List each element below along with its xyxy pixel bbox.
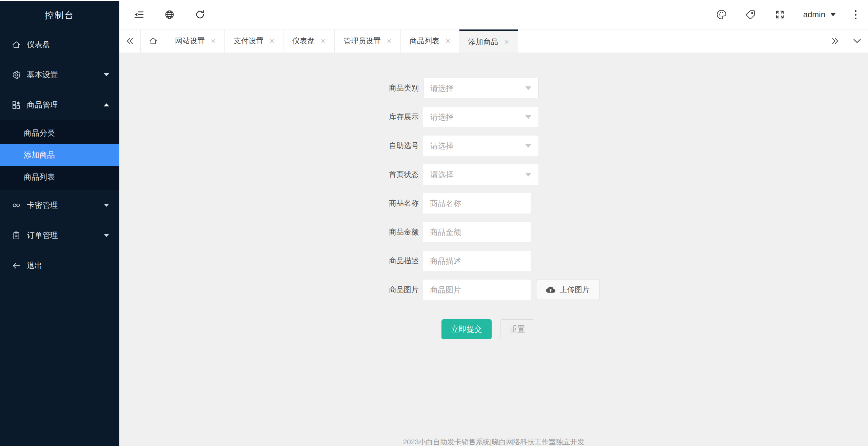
- close-icon[interactable]: ×: [504, 38, 509, 46]
- user-menu[interactable]: admin: [803, 10, 836, 19]
- fullscreen-icon[interactable]: [774, 9, 786, 20]
- sidebar-item-order-management[interactable]: 订单管理: [0, 220, 119, 250]
- caret-down-icon: [104, 234, 109, 237]
- field-label: 库存展示: [388, 112, 419, 122]
- tab-product-list[interactable]: 商品列表 ×: [401, 29, 459, 53]
- sidebar-item-logout[interactable]: 退出: [0, 250, 119, 281]
- footer-copyright: 2023小白自助发卡销售系统|晓白网络科技工作室独立开发: [119, 437, 868, 446]
- sidebar-item-label: 基本设置: [27, 69, 104, 80]
- product-description-input[interactable]: [423, 251, 531, 271]
- form-row-product-description: 商品描述: [388, 251, 599, 271]
- field-label: 商品名称: [388, 198, 419, 208]
- theme-palette-icon[interactable]: [716, 9, 727, 20]
- close-icon[interactable]: ×: [321, 37, 326, 45]
- tab-label: 支付设置: [234, 36, 263, 46]
- tab-label: 管理员设置: [343, 36, 381, 46]
- tab-add-product[interactable]: 添加商品 ×: [459, 29, 518, 53]
- field-label: 商品类别: [388, 83, 419, 93]
- select-placeholder: 请选择: [430, 83, 525, 94]
- field-label: 自助选号: [388, 141, 419, 151]
- arrow-left-icon: [11, 261, 21, 271]
- username-label: admin: [803, 10, 825, 19]
- reset-button[interactable]: 重置: [500, 319, 534, 339]
- close-icon[interactable]: ×: [446, 37, 450, 45]
- form-row-category: 商品类别 请选择: [388, 78, 599, 98]
- submenu-item-label: 商品列表: [24, 172, 55, 182]
- form-row-home-status: 首页状态 请选择: [388, 164, 599, 185]
- home-status-select[interactable]: 请选择: [423, 164, 538, 185]
- self-select-number-select[interactable]: 请选择: [423, 136, 538, 156]
- sidebar-item-basic-settings[interactable]: 基本设置: [0, 60, 119, 90]
- sidebar: 控制台 仪表盘 基本设置 商品管理 商品分类: [0, 1, 119, 446]
- form-actions: 立即提交 重置: [441, 319, 599, 339]
- product-management-submenu: 商品分类 添加商品 商品列表: [0, 120, 119, 190]
- tabs-scroll-left-icon[interactable]: [119, 29, 141, 53]
- select-placeholder: 请选择: [430, 169, 525, 180]
- tabs-menu-chevron-icon[interactable]: [846, 29, 868, 53]
- home-icon: [11, 40, 21, 50]
- user-caret-down-icon: [830, 13, 836, 16]
- caret-down-icon: [525, 115, 531, 119]
- home-tab-icon[interactable]: [141, 29, 166, 53]
- submit-button[interactable]: 立即提交: [441, 319, 492, 339]
- kebab-menu-icon[interactable]: [853, 9, 858, 21]
- caret-down-icon: [525, 144, 531, 148]
- tab-dashboard[interactable]: 仪表盘 ×: [283, 29, 335, 53]
- caret-down-icon: [104, 73, 109, 76]
- tab-payment-settings[interactable]: 支付设置 ×: [225, 29, 283, 53]
- tab-admin-settings[interactable]: 管理员设置 ×: [335, 29, 401, 53]
- sidebar-item-product-management[interactable]: 商品管理: [0, 90, 119, 120]
- submenu-item-product-list[interactable]: 商品列表: [0, 166, 119, 188]
- collapse-sidebar-icon[interactable]: [133, 9, 145, 20]
- product-image-input[interactable]: [423, 280, 531, 300]
- tabbar-spacer: [518, 29, 824, 53]
- upload-image-button[interactable]: 上传图片: [536, 280, 599, 300]
- field-label: 商品描述: [388, 256, 419, 266]
- product-amount-input[interactable]: [423, 222, 531, 242]
- form-row-product-image: 商品图片 上传图片: [388, 280, 599, 300]
- close-icon[interactable]: ×: [270, 37, 274, 45]
- submenu-item-product-category[interactable]: 商品分类: [0, 122, 119, 144]
- tag-icon[interactable]: [745, 9, 756, 20]
- tab-label: 仪表盘: [292, 36, 315, 46]
- sidebar-item-label: 卡密管理: [27, 200, 104, 210]
- field-label: 商品图片: [388, 285, 419, 295]
- tab-label: 网站设置: [175, 36, 205, 46]
- gear-icon: [11, 70, 21, 80]
- refresh-icon[interactable]: [194, 9, 206, 20]
- tabbar: 网站设置 × 支付设置 × 仪表盘 × 管理员设置 × 商品列表 × 添加商品 …: [119, 29, 868, 53]
- language-globe-icon[interactable]: [164, 9, 175, 20]
- sidebar-title: 控制台: [0, 1, 119, 29]
- sidebar-item-label: 退出: [27, 260, 109, 271]
- topbar-left-actions: [119, 9, 206, 20]
- caret-down-icon: [525, 173, 531, 177]
- caret-up-icon: [104, 103, 109, 106]
- stock-display-select[interactable]: 请选择: [423, 107, 538, 127]
- window-top-edge: [0, 0, 868, 1]
- upload-button-label: 上传图片: [560, 285, 590, 295]
- tab-website-settings[interactable]: 网站设置 ×: [166, 29, 225, 53]
- field-label: 商品金额: [388, 227, 419, 237]
- form-row-self-select: 自助选号 请选择: [388, 136, 599, 156]
- select-placeholder: 请选择: [430, 141, 525, 151]
- topbar-right-actions: admin: [716, 9, 868, 21]
- product-name-input[interactable]: [423, 193, 531, 214]
- sidebar-item-label: 商品管理: [27, 100, 104, 110]
- main-content: 商品类别 请选择 库存展示 请选择 自助选号 请选择: [119, 53, 868, 446]
- tabs-scroll-right-icon[interactable]: [824, 29, 846, 53]
- apps-grid-icon: [11, 100, 21, 110]
- submenu-item-add-product[interactable]: 添加商品: [0, 144, 119, 166]
- close-icon[interactable]: ×: [211, 37, 216, 45]
- sidebar-item-label: 仪表盘: [27, 39, 109, 50]
- add-product-form: 商品类别 请选择 库存展示 请选择 自助选号 请选择: [388, 78, 599, 339]
- sidebar-item-dashboard[interactable]: 仪表盘: [0, 29, 119, 60]
- sidebar-item-card-management[interactable]: 卡密管理: [0, 190, 119, 220]
- infinity-icon: [11, 200, 21, 210]
- clipboard-icon: [11, 230, 21, 241]
- close-icon[interactable]: ×: [387, 37, 392, 45]
- product-category-select[interactable]: 请选择: [423, 78, 538, 98]
- tab-label: 添加商品: [468, 37, 498, 47]
- caret-down-icon: [104, 204, 109, 207]
- tab-label: 商品列表: [410, 36, 439, 46]
- form-row-product-name: 商品名称: [388, 193, 599, 214]
